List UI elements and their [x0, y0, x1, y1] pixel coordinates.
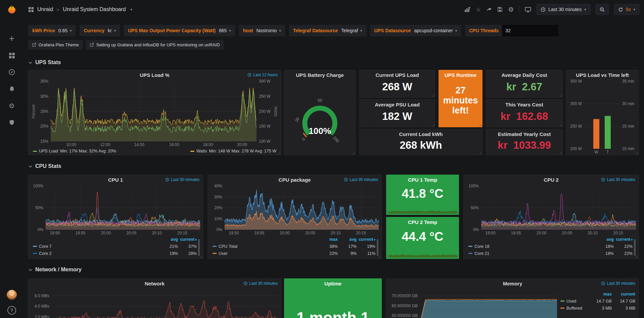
- clock-icon: [344, 178, 348, 182]
- star-icon[interactable]: ☆: [476, 6, 481, 13]
- stat-value: kr 162.68: [486, 107, 562, 127]
- resize-handle[interactable]: [635, 151, 638, 154]
- legend-header: avg current: [33, 236, 197, 243]
- panel-title[interactable]: Current Load kWh: [360, 131, 482, 137]
- panel-title[interactable]: Uptime: [284, 281, 381, 286]
- panel-title[interactable]: This Years Cost: [486, 102, 562, 107]
- panel-average-daily-cost: Average Daily Cost kr 2.67: [486, 70, 563, 98]
- legend-col-current[interactable]: current: [614, 237, 633, 242]
- panel-title[interactable]: UPS Battery Charge: [296, 72, 344, 78]
- cpu1-chart[interactable]: 19:5019:5520:0020:0520:1020:15: [46, 186, 200, 230]
- panel-title[interactable]: UPS Runtime: [439, 72, 482, 78]
- legend-col-max[interactable]: max: [319, 237, 338, 242]
- variable-ups-max-power[interactable]: UPS Max Output Power Capacity (Watt) 865…: [124, 25, 235, 36]
- panel-title[interactable]: Memory: [503, 281, 522, 286]
- cycle-view-monitor-icon[interactable]: [525, 6, 531, 13]
- legend-col-max[interactable]: max: [588, 292, 612, 297]
- panel-title[interactable]: CPU 1: [108, 177, 123, 183]
- panel-title[interactable]: Average Daily Cost: [486, 72, 562, 78]
- panel-time-range[interactable]: Last 30 minutes: [165, 177, 199, 182]
- row-header-network-memory[interactable]: Network / Memory: [28, 267, 82, 273]
- row-title: CPU Stats: [35, 163, 61, 169]
- legend-item[interactable]: UPS LoadMin: 17% Max: 32% Avg: 20%: [33, 149, 116, 153]
- legend-scrollbar[interactable]: [634, 239, 636, 256]
- variable-host[interactable]: host Nostromo▾: [239, 25, 285, 36]
- legend-item[interactable]: WattsMin: 148 W Max: 278 W Avg: 175 W: [190, 149, 276, 153]
- variable-kwh-price[interactable]: kWh Price 0.65▾: [28, 25, 76, 36]
- variable-label: CPU Threads: [469, 28, 499, 33]
- refresh-picker[interactable]: 5s ▾: [614, 4, 639, 15]
- alerting-bell-icon[interactable]: [8, 85, 16, 93]
- legend-scrollbar[interactable]: [198, 239, 200, 256]
- variable-currency[interactable]: Currency kr▾: [80, 25, 120, 36]
- legend-col-avg[interactable]: avg: [595, 237, 614, 242]
- panel-time-range[interactable]: Last 12 hours: [247, 73, 278, 77]
- panel-title[interactable]: Estimated Yearly Cost: [486, 131, 562, 137]
- cpu-package-chart[interactable]: 19:5019:5520:0020:0520:1020:15: [225, 186, 379, 230]
- panel-title[interactable]: CPU 2: [544, 177, 558, 183]
- clock-icon: [243, 281, 247, 285]
- panel-title[interactable]: UPS Load %: [140, 72, 169, 78]
- help-icon[interactable]: ?: [7, 306, 16, 315]
- create-icon[interactable]: +: [8, 35, 16, 43]
- dashboard-grid-icon[interactable]: [28, 7, 34, 12]
- variable-label: host: [243, 28, 253, 33]
- network-chart[interactable]: [52, 290, 278, 318]
- cpu-threads-input[interactable]: [502, 25, 558, 36]
- load-vs-time-chart[interactable]: WT: [584, 81, 620, 149]
- grafana-logo[interactable]: [6, 4, 17, 15]
- explore-icon[interactable]: [8, 68, 16, 76]
- add-panel-icon[interactable]: [464, 6, 470, 12]
- legend-header: max current: [560, 290, 635, 298]
- link-grafana-plex-theme[interactable]: Grafana Plex Theme: [28, 40, 83, 50]
- time-range-picker[interactable]: Last 30 minutes ▾: [537, 4, 590, 15]
- chevron-down-icon: [28, 164, 33, 169]
- variable-ups-datasource[interactable]: UPS Datasource apcupsd-container▾: [370, 25, 461, 36]
- row-header-ups-stats[interactable]: UPS Stats: [28, 59, 61, 65]
- panel-time-range[interactable]: Last 30 minutes: [601, 177, 635, 182]
- user-avatar[interactable]: [7, 290, 17, 300]
- legend-scrollbar[interactable]: [377, 239, 378, 256]
- row-header-cpu-stats[interactable]: CPU Stats: [28, 163, 61, 169]
- dashboard-title[interactable]: Unraid System Dashboard: [63, 6, 126, 12]
- save-icon[interactable]: [497, 7, 503, 12]
- memory-chart[interactable]: [420, 290, 557, 318]
- panel-title[interactable]: Current UPS Load: [360, 72, 435, 78]
- panel-title[interactable]: Network: [145, 281, 165, 286]
- legend-col-avg[interactable]: avg: [338, 237, 357, 242]
- panel-title[interactable]: CPU 1 Temp: [386, 177, 459, 183]
- y-axis-left: 6.0 MBs4.0 MBs2.0 MBs: [31, 290, 52, 318]
- legend-col-current[interactable]: current: [357, 237, 375, 242]
- dashboard-settings-icon[interactable]: ⚙: [508, 6, 514, 13]
- legend-col-current[interactable]: current: [612, 292, 635, 297]
- variable-telegraf-datasource[interactable]: Telegraf Datasource Telegraf▾: [289, 25, 366, 36]
- panel-title[interactable]: Average PSU Load: [360, 102, 435, 107]
- stat-value: kr 2.67: [486, 78, 562, 97]
- clock-icon: [247, 73, 251, 77]
- legend-col-current[interactable]: current: [178, 237, 197, 242]
- share-icon[interactable]: [486, 7, 492, 12]
- panel-time-range[interactable]: Last 30 minutes: [344, 177, 378, 182]
- ups-load-chart[interactable]: 10:0012:0014:0016:0018:0020:00: [51, 81, 257, 141]
- cpu2-chart[interactable]: 19:5019:5520:0020:0520:1020:15: [481, 186, 636, 230]
- series-marker: [190, 151, 194, 152]
- legend-header: max avg current: [213, 236, 375, 243]
- dashboards-icon[interactable]: [8, 51, 16, 59]
- panel-time-range[interactable]: Last 30 minutes: [601, 281, 635, 286]
- legend-col-avg[interactable]: avg: [159, 237, 178, 242]
- row-title: Network / Memory: [35, 267, 82, 273]
- breadcrumb-folder[interactable]: Unraid: [37, 6, 53, 12]
- chevron-down-icon: ▾: [70, 29, 72, 33]
- chevron-down-icon: ▾: [279, 29, 281, 33]
- variable-label: Telegraf Datasource: [293, 28, 338, 33]
- panel-title[interactable]: CPU package: [279, 177, 311, 183]
- link-ups-monitoring-guide[interactable]: Setting up Grafana and InfluxDB for UPS …: [86, 40, 224, 50]
- zoom-out-button[interactable]: [596, 4, 609, 15]
- panel-title[interactable]: UPS Load vs Time left: [576, 72, 629, 78]
- configuration-gear-icon[interactable]: ⚙: [8, 102, 16, 110]
- chevron-down-icon[interactable]: ▾: [131, 7, 133, 12]
- admin-shield-icon[interactable]: [8, 119, 16, 127]
- battery-gauge[interactable]: 100% 02050100: [287, 80, 353, 156]
- panel-time-range[interactable]: Last 30 minutes: [243, 281, 278, 286]
- panel-title[interactable]: CPU 2 Temp: [386, 219, 459, 225]
